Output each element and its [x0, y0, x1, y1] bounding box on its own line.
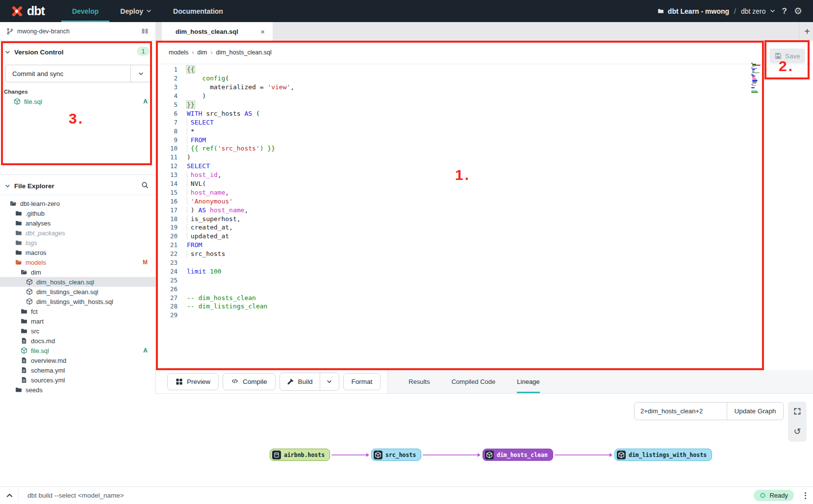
line-number: 7 — [156, 119, 187, 126]
code-line: 26 — [156, 284, 813, 293]
line-number: 11 — [156, 153, 187, 161]
folder-icon — [658, 8, 664, 14]
chevron-down-icon — [146, 8, 152, 14]
tree-item-.github[interactable]: .github — [0, 208, 155, 218]
line-number: 13 — [156, 171, 187, 178]
nav-deploy[interactable]: Deploy — [109, 0, 162, 22]
tree-item-src[interactable]: src — [0, 326, 155, 336]
lineage-node-dim_listings_with_hosts[interactable]: dim_listings_with_hosts — [614, 449, 712, 461]
reset-icon[interactable]: ↺ — [793, 427, 801, 436]
line-number: 18 — [156, 215, 187, 223]
chevron-right-icon: › — [210, 49, 212, 56]
folder-icon — [10, 200, 17, 207]
folder-icon — [15, 249, 22, 256]
tree-item-dim_listings_with_hosts.sql[interactable]: dim_listings_with_hosts.sql — [0, 297, 155, 306]
preview-button[interactable]: Preview — [167, 373, 219, 390]
tree-item-docs.md[interactable]: docs.md — [0, 336, 155, 346]
folder-icon — [21, 318, 27, 325]
commit-options-chevron[interactable] — [130, 65, 151, 82]
lineage-node-dim_hosts_clean[interactable]: dim_hosts_clean — [483, 449, 553, 461]
tree-item-macros[interactable]: macros — [0, 248, 155, 257]
tree-item-analyses[interactable]: analyses — [0, 218, 155, 228]
tree-item-fct[interactable]: fct — [0, 306, 155, 316]
line-number: 23 — [156, 259, 187, 266]
update-graph-button[interactable]: Update Graph — [727, 402, 784, 420]
tab-compiled-code[interactable]: Compiled Code — [452, 370, 496, 393]
tab-results[interactable]: Results — [408, 370, 430, 393]
tree-item-dbt_packages[interactable]: dbt_packages — [0, 228, 155, 238]
chevron-right-icon: › — [192, 49, 194, 56]
lineage-selector-input[interactable] — [634, 402, 727, 420]
editor-tab[interactable]: dim_hosts_clean.sql × — [162, 22, 273, 41]
chevron-down-icon — [5, 183, 10, 189]
git-branch-icon — [6, 28, 13, 35]
format-button[interactable]: Format — [343, 373, 381, 390]
search-icon[interactable] — [141, 181, 149, 189]
edge-arrowhead-icon — [610, 453, 612, 457]
lineage-node-src_hosts[interactable]: src_hosts — [371, 449, 421, 461]
tree-item-file.sql[interactable]: file.sqlA — [0, 346, 155, 355]
code-line: 18 is_superhost, — [156, 214, 813, 223]
line-number: 4 — [156, 92, 187, 100]
line-number: 15 — [156, 189, 187, 196]
line-number: 26 — [156, 285, 187, 293]
code-line: 22 src_hosts — [156, 250, 813, 258]
lineage-node-airbnb.hosts[interactable]: airbnb.hosts — [270, 449, 330, 461]
kebab-menu-icon[interactable] — [805, 492, 806, 499]
database-icon — [272, 451, 281, 459]
tree-item-dim_listings_clean.sql[interactable]: dim_listings_clean.sql — [0, 287, 155, 297]
dbt-logo[interactable]: dbt — [10, 4, 45, 18]
tree-item-dim_hosts_clean.sql[interactable]: dim_hosts_clean.sql — [0, 277, 155, 287]
code-icon — [231, 378, 239, 385]
line-number: 9 — [156, 136, 187, 144]
nav-documentation[interactable]: Documentation — [162, 0, 234, 22]
status-badge[interactable]: Ready — [754, 490, 794, 501]
branch-name: mwong-dev-branch — [17, 28, 70, 35]
tab-lineage[interactable]: Lineage — [517, 370, 539, 393]
minimap[interactable] — [751, 63, 763, 94]
commit-and-sync-button[interactable]: Commit and sync — [5, 65, 151, 82]
close-icon[interactable]: × — [260, 27, 265, 36]
folder-icon — [15, 220, 22, 227]
save-button[interactable]: Save — [770, 49, 805, 63]
build-options-chevron[interactable] — [320, 373, 339, 390]
nav-develop[interactable]: Develop — [61, 0, 109, 22]
compile-button[interactable]: Compile — [223, 373, 276, 390]
section-divider — [0, 175, 155, 175]
top-nav: dbt Develop Deploy Documentation dbt Lea… — [0, 0, 813, 22]
split-editor-icon[interactable] — [141, 27, 149, 35]
model-cube-icon — [21, 347, 27, 354]
tree-item-mart[interactable]: mart — [0, 316, 155, 326]
tree-item-seeds[interactable]: seeds — [0, 385, 155, 395]
tree-item-sources.yml[interactable]: sources.yml — [0, 375, 155, 385]
build-button[interactable]: Build — [280, 373, 320, 390]
version-control-header[interactable]: Version Control 1 — [0, 47, 155, 57]
tree-item-schema.yml[interactable]: schema.yml — [0, 365, 155, 375]
line-number: 20 — [156, 232, 187, 240]
fullscreen-icon[interactable] — [793, 407, 801, 415]
divider — [18, 489, 19, 502]
folder-icon — [15, 239, 22, 246]
status-bar: dbt build --select <model_name> Ready — [0, 486, 813, 504]
help-icon[interactable]: ? — [782, 6, 787, 16]
dbt-logo-text: dbt — [27, 4, 45, 18]
command-input[interactable]: dbt build --select <model_name> — [27, 492, 124, 499]
change-item-file.sql[interactable]: file.sql A — [0, 97, 155, 106]
tree-item-overview.md[interactable]: overview.md — [0, 355, 155, 365]
file-icon — [21, 377, 27, 383]
code-area[interactable]: 1{{2 config(3 materialized = 'view',4 )5… — [156, 65, 813, 370]
branch-bar[interactable]: mwong-dev-branch — [0, 22, 156, 41]
folder-icon — [21, 269, 27, 276]
tree-item-dim[interactable]: dim — [0, 267, 155, 277]
file-explorer-header[interactable]: File Explorer — [0, 179, 155, 192]
tree-item-logs[interactable]: logs — [0, 238, 155, 248]
line-number: 8 — [156, 127, 187, 135]
tree-item-models[interactable]: modelsM — [0, 257, 155, 267]
line-number: 19 — [156, 224, 187, 231]
tree-item-dbt-learn-zero[interactable]: dbt-learn-zero — [0, 199, 155, 208]
line-number: 5 — [156, 101, 187, 108]
project-selector[interactable]: dbt Learn - mwong / dbt zero — [658, 7, 775, 15]
chevron-up-icon[interactable] — [6, 492, 13, 499]
new-tab-button[interactable]: + — [799, 22, 810, 41]
gear-icon[interactable]: ⚙ — [794, 6, 802, 16]
